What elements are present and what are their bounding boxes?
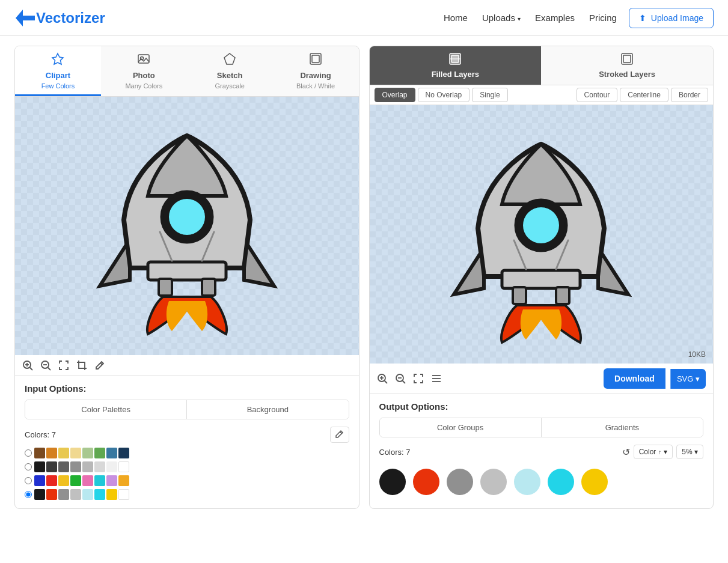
stroked-layers-icon <box>620 52 634 67</box>
nav-uploads[interactable]: Uploads ▾ <box>482 13 521 23</box>
right-toolbar: Download SVG ▾ <box>370 364 714 394</box>
border-tab[interactable]: Border <box>671 88 708 102</box>
svg-point-29 <box>523 207 559 243</box>
nav-examples[interactable]: Examples <box>535 13 575 23</box>
download-section: Download SVG ▾ <box>604 368 706 389</box>
clipart-sub: Few Colors <box>41 82 75 90</box>
svg-rect-9 <box>148 262 226 280</box>
percent-selector[interactable]: 5% ▾ <box>676 445 703 459</box>
svg-marker-4 <box>224 53 235 64</box>
input-options: Input Options: Color Palettes Background… <box>15 376 359 508</box>
color-groups-tab[interactable]: Color Groups <box>380 418 542 437</box>
rocket-image <box>76 112 298 340</box>
svg-marker-1 <box>52 53 63 64</box>
palette-radio-3[interactable] <box>25 477 32 484</box>
input-options-header: Input Options: <box>25 383 349 394</box>
gradients-tab[interactable]: Gradients <box>542 418 703 437</box>
upload-image-button[interactable]: ⬆ Upload Image <box>629 8 714 28</box>
svg-line-21 <box>100 363 102 365</box>
sketch-sub: Grayscale <box>215 82 245 90</box>
edit-colors-button[interactable] <box>330 427 349 443</box>
centerline-tab[interactable]: Centerline <box>620 88 668 102</box>
overlap-tab[interactable]: Overlap <box>375 88 415 102</box>
svg-rect-30 <box>502 270 580 288</box>
color-swatch-gray[interactable] <box>447 469 473 495</box>
palette-row-1 <box>25 448 349 458</box>
left-toolbar <box>15 355 359 376</box>
single-tab[interactable]: Single <box>472 88 507 102</box>
main-nav: Home Uploads ▾ Examples Pricing <box>444 13 617 23</box>
contour-tab[interactable]: Contour <box>577 88 618 102</box>
uploads-dropdown-arrow: ▾ <box>518 16 521 22</box>
background-tab[interactable]: Background <box>187 400 348 419</box>
upload-icon: ⬆ <box>639 13 646 23</box>
color-swatch-light-gray[interactable] <box>480 469 507 495</box>
sketch-icon <box>223 52 236 68</box>
header: Vectorizer Home Uploads ▾ Examples Prici… <box>0 0 728 36</box>
right-zoom-in-icon[interactable] <box>377 373 388 384</box>
color-swatch-cyan[interactable] <box>548 469 574 495</box>
tab-drawing[interactable]: Drawing Black / White <box>273 46 359 96</box>
palette-radio-4[interactable] <box>25 491 32 498</box>
menu-icon[interactable] <box>431 373 442 384</box>
svg-line-15 <box>30 368 33 371</box>
logo: Vectorizer <box>14 7 105 29</box>
color-swatch-yellow[interactable] <box>581 469 608 495</box>
output-options-header: Output Options: <box>379 401 704 412</box>
tab-sketch[interactable]: Sketch Grayscale <box>187 46 273 96</box>
nav-home[interactable]: Home <box>444 13 468 23</box>
output-options: Output Options: Color Groups Gradients C… <box>370 394 714 507</box>
color-mode-selector[interactable]: Color ↑ ▾ <box>634 445 673 459</box>
palette-radio-1[interactable] <box>25 449 32 457</box>
clipart-icon <box>51 52 64 68</box>
left-panel: Clipart Few Colors Photo Many Colors <box>14 46 359 509</box>
color-palettes-tab[interactable]: Color Palettes <box>25 400 187 419</box>
stroked-layers-tab[interactable]: Stroked Layers <box>541 46 713 85</box>
file-size-label: 10KB <box>688 350 706 359</box>
drawing-label: Drawing <box>300 71 331 80</box>
logo-icon <box>14 7 36 29</box>
tab-clipart[interactable]: Clipart Few Colors <box>15 46 101 96</box>
zoom-in-icon[interactable] <box>22 360 33 371</box>
zoom-out-icon[interactable] <box>40 360 51 371</box>
fit-icon[interactable] <box>58 360 69 371</box>
no-overlap-tab[interactable]: No Overlap <box>418 88 470 102</box>
color-swatch-orange-red[interactable] <box>413 469 439 495</box>
output-option-tabs: Color Groups Gradients <box>379 418 704 437</box>
left-canvas <box>15 97 359 355</box>
layer-tabs: Filled Layers Stroked Layers <box>370 46 714 85</box>
output-color-swatches <box>379 464 704 500</box>
main-content: Clipart Few Colors Photo Many Colors <box>0 36 728 519</box>
logo-text: Vectorizer <box>36 10 105 26</box>
mode-tabs: Clipart Few Colors Photo Many Colors <box>15 46 359 97</box>
colors-row: Colors: 7 <box>25 427 349 443</box>
clipart-label: Clipart <box>46 71 70 80</box>
color-swatch-light-blue[interactable] <box>514 469 540 495</box>
svg-marker-0 <box>16 10 35 26</box>
svg-rect-10 <box>159 279 172 296</box>
download-button[interactable]: Download <box>604 368 665 389</box>
drawing-icon <box>309 52 322 68</box>
svg-line-19 <box>48 368 51 371</box>
svg-point-8 <box>169 199 205 235</box>
palette-row-4 <box>25 489 349 500</box>
crop-icon[interactable] <box>76 360 87 371</box>
format-selector[interactable]: SVG ▾ <box>670 369 706 389</box>
tab-photo[interactable]: Photo Many Colors <box>101 46 187 96</box>
edit-icon[interactable] <box>94 360 105 371</box>
svg-line-36 <box>384 381 387 384</box>
right-fit-icon[interactable] <box>413 373 424 384</box>
nav-pricing[interactable]: Pricing <box>589 13 617 23</box>
layer-sub-tabs: Overlap No Overlap Single Contour Center… <box>370 85 714 105</box>
photo-label: Photo <box>133 71 155 80</box>
filled-layers-tab[interactable]: Filled Layers <box>370 46 542 85</box>
photo-icon <box>137 52 150 68</box>
right-zoom-out-icon[interactable] <box>395 373 406 384</box>
refresh-icon[interactable]: ↺ <box>622 446 630 458</box>
color-swatch-black[interactable] <box>379 469 406 495</box>
colors-count-label: Colors: 7 <box>25 430 56 439</box>
palette-radio-2[interactable] <box>25 463 32 470</box>
drawing-sub: Black / White <box>296 82 335 90</box>
palette-row-3 <box>25 475 349 486</box>
svg-rect-11 <box>202 279 215 296</box>
